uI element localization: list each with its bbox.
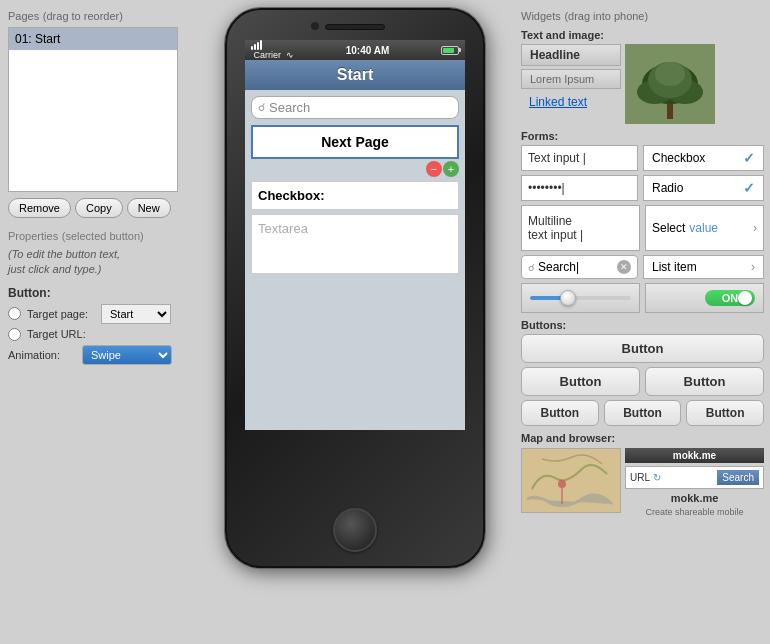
checkbox-widget[interactable]: Checkbox ✓	[643, 145, 764, 171]
page-buttons: Remove Copy New	[8, 198, 187, 218]
password-dots: ••••••••|	[528, 181, 565, 195]
wifi-icon: ∿	[286, 50, 294, 60]
target-url-row: Target URL:	[8, 328, 187, 341]
forms-section-label: Forms:	[521, 130, 764, 142]
bar3	[257, 42, 259, 50]
remove-button[interactable]: Remove	[8, 198, 71, 218]
widgets-hint: (drag into phone)	[564, 10, 648, 22]
phone-next-page-button[interactable]: Next Page	[251, 125, 459, 159]
phone-search-placeholder: Search	[269, 100, 310, 115]
password-widget[interactable]: ••••••••|	[521, 175, 638, 201]
textarea-placeholder: Textarea	[258, 221, 308, 236]
prop-hint: (To edit the button text, just click and…	[8, 247, 187, 278]
pages-hint: (drag to reorder)	[43, 10, 123, 22]
prop-hint-line2: just click and type.)	[8, 263, 102, 275]
forms-row-3: Multiline text input | Select value ›	[521, 205, 764, 251]
remove-element-button[interactable]: −	[426, 161, 442, 177]
target-url-label: Target URL:	[27, 328, 97, 340]
pages-title: Pages (drag to reorder)	[8, 8, 187, 23]
target-page-radio[interactable]	[8, 307, 21, 320]
phone-screen[interactable]: Carrier ∿ 10:40 AM Start ☌ Search	[245, 40, 465, 430]
widgets-title: Widgets (drag into phone)	[521, 8, 764, 23]
text-input-widget[interactable]: Text input |	[521, 145, 638, 171]
properties-label: Properties	[8, 230, 58, 242]
radio-label-w: Radio	[652, 181, 683, 195]
toggle-widget[interactable]: ON	[645, 283, 764, 313]
button-third-2-widget[interactable]: Button	[604, 400, 682, 426]
linked-text-widget[interactable]: Linked text	[521, 92, 621, 112]
battery-icon	[441, 46, 459, 55]
search-placeholder-w: Search|	[538, 260, 579, 274]
button-third-3-widget[interactable]: Button	[686, 400, 764, 426]
phone-textarea[interactable]: Textarea	[251, 214, 459, 274]
map-widget[interactable]	[521, 448, 621, 513]
target-url-radio[interactable]	[8, 328, 21, 341]
button-full-widget[interactable]: Button	[521, 334, 764, 363]
phone-status-bar: Carrier ∿ 10:40 AM	[245, 40, 465, 60]
checkbox-label: Checkbox:	[258, 188, 452, 203]
checkbox-check-icon: ✓	[743, 150, 755, 166]
nav-title: Start	[337, 66, 373, 83]
status-carrier: Carrier ∿	[251, 40, 294, 60]
image-widget[interactable]	[625, 44, 715, 124]
buttons-section-label: Buttons:	[521, 319, 764, 331]
multiline-widget[interactable]: Multiline text input |	[521, 205, 640, 251]
copy-button[interactable]: Copy	[75, 198, 123, 218]
map-svg	[522, 449, 621, 513]
phone-camera	[311, 22, 319, 30]
properties-hint: (selected button)	[62, 230, 144, 242]
signal-bars	[251, 40, 294, 50]
refresh-icon[interactable]: ↻	[653, 472, 661, 483]
left-panel: Pages (drag to reorder) 01: Start Remove…	[0, 0, 195, 644]
new-button[interactable]: New	[127, 198, 171, 218]
browser-search-button[interactable]: Search	[717, 470, 759, 485]
list-item-widget[interactable]: List item ›	[643, 255, 764, 279]
target-page-select[interactable]: Start	[101, 304, 171, 324]
phone-nav-bar: Start	[245, 60, 465, 90]
select-label-w: Select	[652, 221, 685, 235]
widgets-title-text: Widgets	[521, 10, 561, 22]
radio-check-icon: ✓	[743, 180, 755, 196]
properties-title: Properties (selected button)	[8, 228, 187, 243]
status-battery	[441, 46, 459, 55]
radio-widget[interactable]: Radio ✓	[643, 175, 764, 201]
animation-label: Animation:	[8, 349, 78, 361]
button-third-1-widget[interactable]: Button	[521, 400, 599, 426]
button-half-1-widget[interactable]: Button	[521, 367, 640, 396]
phone-checkbox-section: Checkbox:	[251, 181, 459, 210]
text-image-widgets: Headline Lorem Ipsum Linked text	[521, 44, 764, 124]
search-widget[interactable]: ☌ Search| ✕	[521, 255, 638, 279]
svg-point-6	[655, 62, 685, 86]
toggle-label: ON	[722, 292, 739, 304]
slider-widget[interactable]	[521, 283, 640, 313]
pages-list[interactable]: 01: Start	[8, 27, 178, 192]
forms-row-1: Text input | Checkbox ✓	[521, 145, 764, 171]
phone-search-bar[interactable]: ☌ Search	[251, 96, 459, 119]
phone-home-button[interactable]	[333, 508, 377, 552]
buttons-row-3: Button Button Button	[521, 400, 764, 426]
animation-row: Animation: Swipe	[8, 345, 187, 365]
slider-track[interactable]	[530, 296, 631, 300]
phone-content: ☌ Search Next Page − + Checkbox:	[245, 90, 465, 280]
search-clear-button[interactable]: ✕	[617, 260, 631, 274]
buttons-row-1: Button	[521, 334, 764, 363]
select-widget[interactable]: Select value ›	[645, 205, 764, 251]
toggle-on-state[interactable]: ON	[705, 290, 755, 306]
browser-url-bar[interactable]: URL ↻ Search	[625, 466, 764, 489]
mokk-name: mokk.me	[625, 492, 764, 504]
button-half-2-widget[interactable]: Button	[645, 367, 764, 396]
map-browser-section-label: Map and browser:	[521, 432, 764, 444]
target-page-row: Target page: Start	[8, 304, 187, 324]
text-widgets-col: Headline Lorem Ipsum Linked text	[521, 44, 621, 124]
add-element-button[interactable]: +	[443, 161, 459, 177]
slider-thumb[interactable]	[560, 290, 576, 306]
search-icon-w: ☌	[528, 262, 535, 273]
lorem-widget[interactable]: Lorem Ipsum	[521, 69, 621, 89]
prop-hint-line1: (To edit the button text,	[8, 248, 120, 260]
animation-select[interactable]: Swipe	[82, 345, 172, 365]
map-browser-widgets: mokk.me URL ↻ Search mokk.me Create shar…	[521, 448, 764, 519]
list-arrow-icon: ›	[751, 260, 755, 274]
page-item[interactable]: 01: Start	[9, 28, 177, 50]
headline-widget[interactable]: Headline	[521, 44, 621, 66]
url-label: URL	[630, 472, 650, 483]
